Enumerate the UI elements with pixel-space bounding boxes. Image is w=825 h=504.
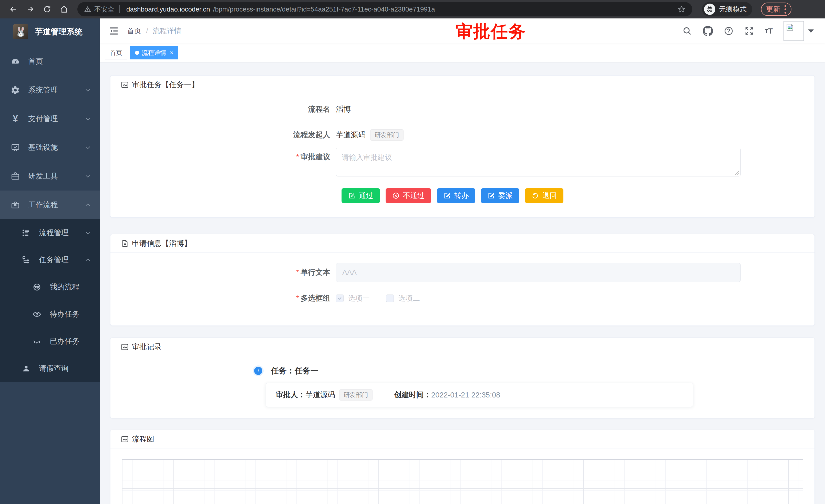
card-title: 流程图 bbox=[132, 434, 154, 444]
browser-menu-icon[interactable] bbox=[784, 5, 786, 14]
home-icon[interactable] bbox=[57, 2, 71, 16]
caret-down-icon bbox=[808, 29, 814, 33]
sidebar-item-process-mgmt[interactable]: 流程管理 bbox=[0, 219, 100, 246]
process-name-label: 流程名 bbox=[110, 104, 336, 114]
chevron-up-icon bbox=[85, 257, 91, 263]
picture-icon bbox=[121, 435, 129, 443]
edit-icon bbox=[444, 192, 451, 199]
checkbox-option-2: 选项二 bbox=[386, 293, 420, 303]
sidebar-item-my-process[interactable]: 我的流程 bbox=[0, 273, 100, 301]
dept-tag: 研发部门 bbox=[339, 389, 373, 401]
approver-label: 审批人： bbox=[276, 390, 305, 400]
single-text-label: 单行文本 bbox=[110, 267, 336, 278]
approve-button[interactable]: 通过 bbox=[342, 188, 380, 203]
created-value: 2022-01-21 22:35:08 bbox=[431, 391, 500, 399]
return-button[interactable]: 退回 bbox=[525, 188, 564, 203]
address-bar[interactable]: 不安全 dashboard.yudao.iocoder.cn/bpm/proce… bbox=[77, 2, 692, 16]
back-icon[interactable] bbox=[6, 2, 20, 16]
sidebar-item-label: 流程管理 bbox=[39, 228, 69, 238]
approval-card-header: 审批任务【任务一】 bbox=[110, 76, 815, 94]
sidebar-item-label: 我的流程 bbox=[50, 282, 79, 292]
sidebar-item-label: 已办任务 bbox=[50, 336, 79, 346]
sidebar-item-label: 支付管理 bbox=[28, 114, 58, 124]
sidebar-logo-row[interactable]: 🐰 芋道管理系统 bbox=[0, 18, 100, 45]
document-icon bbox=[121, 240, 129, 248]
browser-update-button[interactable]: 更新 bbox=[761, 3, 792, 16]
sidebar-item-done-task[interactable]: 已办任务 bbox=[0, 328, 100, 355]
checkbox-option-1: 选项一 bbox=[336, 293, 370, 303]
initiator-value: 芋道源码 bbox=[336, 130, 366, 140]
transfer-button[interactable]: 转办 bbox=[437, 188, 475, 203]
sidebar-item-label: 研发工具 bbox=[28, 171, 58, 181]
resize-handle-icon[interactable] bbox=[735, 171, 739, 175]
tab-process-detail[interactable]: 流程详情 × bbox=[130, 46, 178, 60]
apply-card-header: 申请信息【滔博】 bbox=[110, 234, 815, 253]
picture-icon bbox=[121, 343, 129, 351]
reject-button[interactable]: 不通过 bbox=[386, 188, 431, 203]
close-icon[interactable]: × bbox=[170, 49, 173, 56]
dashboard-icon bbox=[10, 57, 20, 66]
update-label[interactable]: 更新 bbox=[766, 4, 780, 14]
url-host[interactable]: dashboard.yudao.iocoder.cn bbox=[126, 5, 210, 13]
tab-home[interactable]: 首页 bbox=[105, 46, 127, 60]
incognito-icon bbox=[704, 4, 715, 15]
user-menu[interactable] bbox=[783, 21, 814, 41]
sidebar-item-system[interactable]: 系统管理 bbox=[0, 76, 100, 104]
toolbox-icon bbox=[10, 200, 20, 209]
sidebar-item-home[interactable]: 首页 bbox=[0, 47, 100, 76]
timeline-clock-icon bbox=[253, 365, 264, 376]
created-label: 创建时间： bbox=[394, 390, 431, 400]
flow-diagram-card: 流程图 bbox=[110, 430, 815, 504]
edit-icon bbox=[348, 192, 355, 199]
person-icon bbox=[21, 364, 31, 373]
card-title: 审批记录 bbox=[132, 342, 162, 352]
reload-icon[interactable] bbox=[40, 2, 54, 16]
security-label[interactable]: 不安全 bbox=[94, 5, 114, 14]
tree-list-icon bbox=[21, 229, 31, 237]
search-icon[interactable] bbox=[682, 26, 692, 36]
sidebar-item-leave-query[interactable]: 请假查询 bbox=[0, 355, 100, 382]
apply-info-card: 申请信息【滔博】 单行文本 多选框组 bbox=[110, 234, 815, 326]
bpmn-canvas[interactable] bbox=[122, 459, 803, 504]
suggestion-textarea[interactable] bbox=[336, 148, 741, 176]
incognito-label: 无痕模式 bbox=[719, 5, 747, 14]
tab-label: 首页 bbox=[110, 49, 122, 57]
browser-toolbar: 不安全 dashboard.yudao.iocoder.cn/bpm/proce… bbox=[0, 0, 825, 18]
sidebar-item-devtools[interactable]: 研发工具 bbox=[0, 162, 100, 190]
sidebar-item-label: 首页 bbox=[28, 56, 43, 67]
checkbox-group-label: 多选框组 bbox=[110, 293, 336, 304]
collapse-sidebar-icon[interactable] bbox=[108, 26, 119, 36]
sidebar-item-pay[interactable]: ¥ 支付管理 bbox=[0, 104, 100, 133]
record-card-header: 审批记录 bbox=[110, 338, 815, 356]
app-title: 芋道管理系统 bbox=[35, 26, 82, 37]
single-text-input bbox=[336, 263, 741, 282]
annotation-text: 审批任务 bbox=[456, 20, 526, 43]
gear-icon bbox=[10, 86, 20, 95]
sidebar-item-label: 待办任务 bbox=[50, 309, 79, 319]
breadcrumb-home[interactable]: 首页 bbox=[127, 26, 141, 36]
fullscreen-icon[interactable] bbox=[744, 26, 754, 36]
forward-icon[interactable] bbox=[23, 2, 38, 16]
chevron-down-icon bbox=[85, 87, 91, 93]
sidebar-item-infra[interactable]: 基础设施 bbox=[0, 133, 100, 162]
delegate-button[interactable]: 委派 bbox=[481, 188, 519, 203]
help-icon[interactable] bbox=[724, 26, 734, 36]
circle-close-icon bbox=[392, 192, 399, 199]
sidebar: 🐰 芋道管理系统 首页 系统管理 ¥ 支付管理 bbox=[0, 18, 100, 504]
chevron-down-icon bbox=[85, 115, 91, 122]
sidebar-item-label: 系统管理 bbox=[28, 85, 58, 95]
workflow-submenu: 流程管理 任务管理 bbox=[0, 219, 100, 382]
bookmark-star-icon[interactable] bbox=[677, 5, 686, 13]
app-logo: 🐰 bbox=[13, 24, 28, 39]
github-icon[interactable] bbox=[703, 26, 713, 36]
sidebar-item-workflow[interactable]: 工作流程 bbox=[0, 190, 100, 219]
avatar[interactable] bbox=[783, 21, 804, 41]
url-path[interactable]: /bpm/process-instance/detail?id=54aa251f… bbox=[213, 5, 435, 13]
incognito-badge: 无痕模式 bbox=[702, 2, 752, 16]
sidebar-item-task-mgmt[interactable]: 任务管理 bbox=[0, 246, 100, 273]
font-size-icon[interactable]: TT bbox=[765, 27, 773, 35]
checkbox-unchecked-icon bbox=[386, 295, 394, 302]
card-title: 审批任务【任务一】 bbox=[132, 80, 199, 90]
breadcrumb-current: 流程详情 bbox=[153, 26, 181, 36]
sidebar-item-todo-task[interactable]: 待办任务 bbox=[0, 301, 100, 328]
